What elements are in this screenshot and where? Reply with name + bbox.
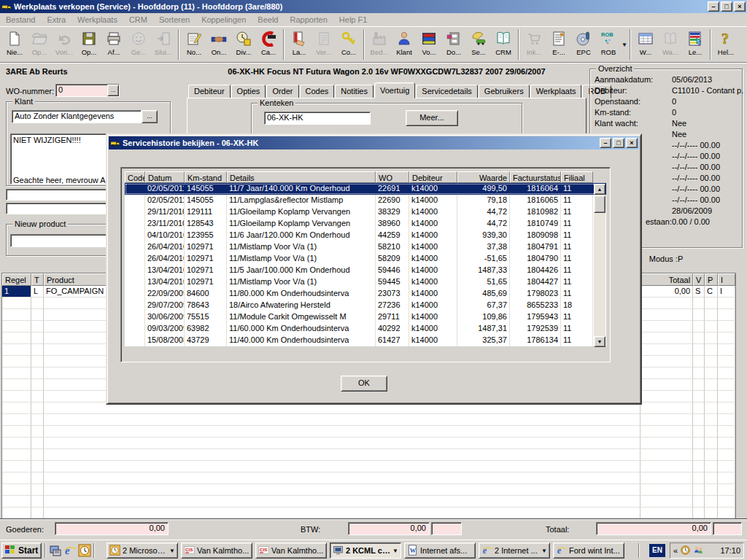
btw-field[interactable]: 0,00 [348, 522, 430, 535]
grid-empty-row[interactable] [2, 449, 735, 461]
task-button-4[interactable]: WInternet afs... [404, 542, 476, 559]
minimize-button[interactable]: – [708, 1, 719, 12]
menu-item-help-f1[interactable]: Help F1 [333, 15, 374, 24]
toolbar-button-e[interactable]: E-... [546, 28, 571, 61]
tray-network-icon[interactable] [693, 545, 704, 557]
toolbar-button-hel[interactable]: ?Hel... [713, 28, 738, 61]
tab-gebruikers[interactable]: Gebruikers [479, 85, 530, 98]
free-input-1[interactable] [6, 189, 108, 201]
service-history-row[interactable]: 29/11/201012911111/Gloeilamp Koplamp Ver… [125, 206, 606, 218]
toolbar-button-co[interactable]: Co... [336, 28, 361, 61]
dropdown-arrow-icon[interactable]: ▼ [541, 548, 547, 554]
service-history-row[interactable]: 22/09/20098460011/80.000 Km Onderhoudsin… [125, 288, 606, 300]
tab-voertuig[interactable]: Voertuig [374, 82, 415, 98]
service-table-col-header[interactable]: Filiaal [561, 171, 593, 183]
totaal-field[interactable]: 0,00 [596, 522, 711, 535]
toolbar-button-div[interactable]: Div... [231, 28, 256, 61]
task-button-1[interactable]: CISVan Kalmtho... [181, 542, 252, 559]
service-history-row[interactable]: 29/07/20097864318/Airco Afwatering Herst… [125, 300, 606, 311]
tab-werkplaats[interactable]: Werkplaats [530, 85, 582, 98]
goederen-field[interactable]: 0,00 [55, 522, 169, 535]
dropdown-arrow-icon[interactable]: ▼ [169, 548, 175, 554]
dialog-close-button[interactable]: × [626, 138, 638, 148]
menu-item-bestand[interactable]: Bestand [0, 15, 41, 24]
wo-browse-button[interactable]: ... [107, 85, 119, 96]
toolbar-button-la[interactable]: La... [287, 28, 311, 61]
toolbar-button-vo[interactable]: Vo... [417, 28, 441, 61]
task-button-5[interactable]: e2 Internet ...▼ [479, 542, 550, 559]
task-button-0[interactable]: 2 Microsoft...▼ [107, 542, 178, 559]
service-history-row[interactable]: 13/04/201010297111/5 Jaar/100.000 Km Ond… [125, 265, 606, 276]
tray-chevron[interactable]: « [673, 546, 678, 555]
toolbar-button-ca[interactable]: Ca... [256, 28, 281, 61]
service-history-row[interactable]: 23/11/201012854311/Gloeilamp Koplamp Ver… [125, 218, 606, 230]
tab-servicedetails[interactable]: Servicedetails [416, 85, 477, 98]
grid-empty-row[interactable] [2, 472, 735, 484]
service-history-row[interactable]: 09/03/20096398211/60.000 Km Onderhoudsin… [125, 323, 606, 335]
task-button-6[interactable]: eFord wint Int... [553, 542, 624, 559]
wo-number-field[interactable]: 0 ... [55, 84, 120, 97]
toolbar-button-nie[interactable]: Nie... [2, 28, 27, 61]
service-table-col-header[interactable]: Code [125, 171, 145, 183]
totaal-extra-field[interactable] [713, 522, 742, 535]
service-history-row[interactable]: 30/06/20097551511/Module Carkit Omgewiss… [125, 311, 606, 323]
close-button[interactable]: × [734, 1, 746, 12]
toolbar-button-crm[interactable]: CRM [491, 28, 516, 61]
toolbar-button-on[interactable]: On... [206, 28, 231, 61]
tab-notities[interactable]: Notities [335, 85, 374, 98]
service-history-row[interactable]: 26/04/201010297111/Mistlamp Voor V/a (1)… [125, 241, 606, 253]
service-table-col-header[interactable]: Datum [145, 171, 185, 183]
toolbar-button-do[interactable]: Do... [441, 28, 466, 61]
maximize-button[interactable]: □ [721, 1, 732, 12]
task-button-3[interactable]: 2 KCML cli...▼ [330, 542, 401, 559]
scroll-up-button[interactable]: ▲ [594, 184, 605, 195]
grid-empty-row[interactable] [2, 426, 735, 438]
grid-empty-row[interactable] [2, 508, 735, 519]
toolbar-button-epc[interactable]: EPC [571, 28, 596, 61]
grid-empty-row[interactable] [2, 461, 735, 472]
service-history-row[interactable]: 13/04/201010297111/Mistlamp Voor V/a (1)… [125, 276, 606, 288]
meer-button[interactable]: Meer... [406, 110, 458, 126]
kenteken-input[interactable]: 06-XK-HK [264, 112, 371, 125]
toolbar-button-rob[interactable]: ROBROB [596, 28, 621, 61]
service-history-row[interactable]: 15/08/20084372911/40.000 Km Onderhoudsin… [125, 335, 606, 346]
grid-empty-row[interactable] [2, 414, 735, 426]
menu-item-rapporten[interactable]: Rapporten [284, 15, 333, 24]
menu-item-sorteren[interactable]: Sorteren [153, 15, 196, 24]
klant-browse-button[interactable]: ... [142, 110, 158, 123]
dropdown-arrow-icon[interactable]: ▼ [622, 42, 627, 48]
menu-item-crm[interactable]: CRM [123, 15, 153, 24]
dropdown-arrow-icon[interactable]: ▼ [392, 548, 398, 554]
dialog-maximize-button[interactable]: □ [613, 138, 624, 148]
service-history-row[interactable]: 02/05/201114505511/Lampglas&reflector Mi… [125, 195, 606, 206]
dialog-minimize-button[interactable]: – [600, 138, 611, 148]
task-button-2[interactable]: CISVan Kalmtho... [255, 542, 327, 559]
service-table-col-header[interactable]: Details [227, 171, 376, 183]
show-desktop-icon[interactable] [49, 544, 62, 557]
tab-order[interactable]: Order [266, 85, 298, 98]
tray-clock-icon[interactable] [680, 545, 691, 557]
toolbar-button-w[interactable]: W... [633, 28, 658, 61]
service-table-col-header[interactable]: Km-stand [185, 171, 227, 183]
tab-opties[interactable]: Opties [231, 85, 266, 98]
scroll-down-button[interactable]: ▼ [594, 336, 605, 347]
menu-item-werkplaats[interactable]: Werkplaats [71, 15, 123, 24]
service-history-row[interactable]: 02/05/201114505511/7 Jaar/140.000 Km Ond… [125, 183, 606, 195]
service-history-row[interactable]: 26/04/201010297111/Mistlamp Voor V/a (1)… [125, 253, 606, 265]
table-scrollbar[interactable]: ▲ ▼ [594, 184, 605, 347]
free-input-2[interactable] [6, 203, 108, 214]
service-table-col-header[interactable]: Factuurstatus [510, 171, 561, 183]
toolbar-button-op[interactable]: Op... [77, 28, 101, 61]
start-button[interactable]: Start [1, 542, 42, 559]
menu-item-beeld[interactable]: Beeld [252, 15, 284, 24]
btw-extra-field[interactable] [431, 522, 462, 535]
language-indicator[interactable]: EN [649, 544, 665, 557]
tab-codes[interactable]: Codes [300, 85, 335, 98]
grid-empty-row[interactable] [2, 484, 735, 496]
internet-explorer-icon[interactable]: e [63, 544, 77, 557]
ok-button[interactable]: OK [341, 376, 387, 392]
service-history-row[interactable]: 04/10/201012395511/6 Jaar/120.000 Km Ond… [125, 230, 606, 241]
toolbar-button-no[interactable]: No... [182, 28, 206, 61]
schedule-icon[interactable] [78, 544, 91, 557]
service-table-col-header[interactable]: Waarde [457, 171, 510, 183]
